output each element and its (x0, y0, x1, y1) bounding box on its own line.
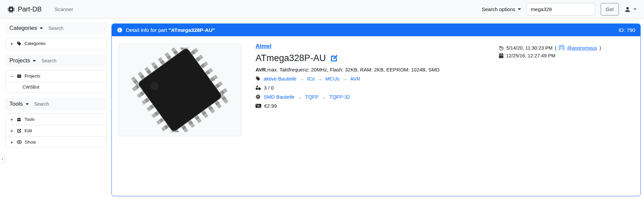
chevron-down-icon (633, 8, 637, 10)
card-header: Detail info for part "ATmega328P-AU" ID:… (112, 24, 640, 36)
eye-icon (17, 140, 22, 144)
edit-part-icon[interactable] (330, 54, 338, 62)
category-link[interactable]: ICs (307, 76, 315, 82)
categories-search-input[interactable] (48, 25, 89, 31)
arrow-separator: → (300, 76, 304, 82)
toolbox-icon (17, 117, 21, 122)
categories-dropdown-toggle[interactable]: Categories (9, 25, 43, 32)
user-menu[interactable] (624, 6, 637, 13)
footprint-link[interactable]: TQFP (305, 94, 319, 100)
chevron-left-icon: ‹ (2, 156, 3, 161)
shapes-icon (256, 85, 261, 90)
category-link[interactable]: aktive Bauteile (264, 76, 296, 82)
edit-icon (17, 128, 21, 133)
section-title: Projects (9, 57, 30, 64)
tree-item-label: Tools (25, 117, 35, 122)
microchip-icon (256, 94, 261, 99)
section-title: Tools (9, 101, 23, 107)
footprint-line: SMD Bauteile → TQFP → TQFP-32 (256, 94, 634, 100)
expand-toggle[interactable]: + (10, 139, 14, 145)
tree-item-label: CWSBot (22, 85, 39, 90)
card-header-text: Detail info for part "ATmega328P-AU" (126, 27, 215, 33)
avatar (559, 45, 564, 51)
archive-icon (17, 74, 21, 79)
tree-item-label: Show (25, 140, 36, 145)
go-button[interactable]: Go! (601, 3, 619, 15)
footprint-link[interactable]: SMD Bauteile (264, 94, 294, 100)
projects-tree: − Projects CWSBot (5, 70, 107, 93)
category-link[interactable]: MCUs (325, 76, 339, 82)
tools-search-input[interactable] (34, 101, 75, 107)
part-meta: 5/14/20, 11:30:23 PM ( @anonymous) 12/25… (499, 45, 633, 61)
arrow-separator: → (318, 76, 322, 82)
tag-icon (17, 41, 21, 46)
section-title: Categories (9, 25, 37, 32)
user-icon (624, 6, 631, 13)
category-line: aktive Bauteile → ICs → MCUs → AVR (256, 76, 634, 82)
paren: ) (599, 45, 601, 51)
part-image[interactable] (119, 44, 241, 136)
created-datetime: 12/25/16, 12:27:49 PM (506, 53, 555, 58)
tree-item-edit[interactable]: + Edit (6, 125, 106, 136)
tree-item-label: Projects (25, 73, 40, 79)
brand-label: Part-DB (18, 5, 42, 13)
history-icon (499, 45, 504, 51)
chevron-down-icon (40, 28, 43, 29)
price-line: €2.99 (256, 103, 634, 109)
part-detail-card: Detail info for part "ATmega328P-AU" ID:… (111, 23, 641, 196)
tag-icon (256, 76, 261, 81)
category-link[interactable]: AVR (350, 76, 360, 82)
categories-section-header: Categories (5, 22, 107, 34)
part-name: ATmega328P-AU (256, 53, 326, 63)
sidebar-collapse-handle[interactable]: ‹ (0, 154, 5, 163)
categories-tree: + Categories (5, 38, 107, 49)
microchip-icon (7, 6, 15, 13)
tree-item-cwsbot[interactable]: CWSBot (6, 82, 106, 92)
modified-user-link[interactable]: @anonymous (567, 45, 597, 51)
tree-item-projects[interactable]: − Projects (6, 70, 106, 82)
projects-section-header: Projects (5, 55, 107, 67)
modified-datetime: 5/14/20, 11:30:23 PM (506, 45, 553, 51)
last-modified-line: 5/14/20, 11:30:23 PM ( @anonymous) (499, 45, 633, 51)
stock-line: 3 / 0 (256, 85, 634, 91)
money-bill-icon (256, 104, 261, 108)
sidebar: Categories + Categories Projects − Proje… (5, 22, 107, 153)
collapse-toggle[interactable]: − (10, 73, 14, 79)
brand-link[interactable]: Part-DB (7, 5, 42, 13)
tools-dropdown-toggle[interactable]: Tools (9, 101, 29, 107)
stock-amount: 3 / 0 (264, 85, 274, 91)
top-navbar: Part-DB Scanner Search options Go! (0, 0, 644, 19)
manufacturer-link[interactable]: Atmel (256, 43, 271, 49)
calendar-icon (499, 53, 504, 58)
search-options-dropdown[interactable]: Search options (482, 6, 521, 12)
tree-item-show[interactable]: + Show (6, 136, 106, 148)
expand-toggle[interactable]: + (10, 41, 14, 46)
arrow-separator: → (297, 94, 302, 100)
part-id: ID: 790 (618, 27, 635, 33)
expand-toggle[interactable]: + (10, 116, 14, 122)
chevron-down-icon (518, 8, 521, 10)
projects-search-input[interactable] (41, 58, 82, 63)
chip-image (128, 48, 232, 132)
expand-toggle[interactable]: + (10, 128, 14, 134)
search-input[interactable] (526, 3, 595, 15)
projects-dropdown-toggle[interactable]: Projects (9, 57, 36, 64)
paren: ( (555, 45, 557, 51)
tools-section-header: Tools (5, 98, 107, 110)
info-circle-icon (117, 27, 123, 33)
part-price: €2.99 (264, 103, 277, 109)
chevron-down-icon (26, 103, 29, 105)
tree-item-categories[interactable]: + Categories (6, 38, 106, 49)
tree-item-label: Edit (25, 128, 32, 133)
nav-item-scanner[interactable]: Scanner (54, 6, 73, 12)
part-description: AVR,max. Taktfrequenz: 20MHz, Flash: 32K… (256, 67, 634, 72)
search-options-label: Search options (482, 6, 515, 12)
footprint-link[interactable]: TQFP-32 (329, 94, 350, 100)
tools-tree: + Tools + Edit + Show (5, 113, 107, 148)
card-body: Atmel ATmega328P-AU AVR,max. Taktfrequen… (112, 36, 640, 207)
tree-item-label: Categories (25, 41, 46, 46)
arrow-separator: → (342, 76, 347, 82)
tree-item-tools[interactable]: + Tools (6, 114, 106, 125)
arrow-separator: → (322, 94, 326, 100)
chevron-down-icon (33, 60, 36, 62)
